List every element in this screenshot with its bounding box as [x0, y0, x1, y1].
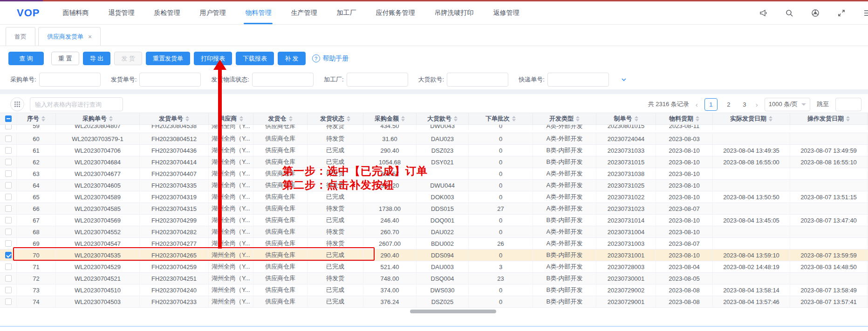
jump-page-input[interactable]: [835, 98, 861, 111]
sort-icon[interactable]: [512, 114, 516, 123]
col-bulk-style-no[interactable]: 大货款号: [417, 113, 469, 124]
purchase-order-field[interactable]: [39, 73, 101, 87]
nav-item-payable-management[interactable]: 应付账务管理: [366, 1, 424, 24]
sort-icon[interactable]: [185, 114, 189, 123]
column-settings-button[interactable]: [10, 97, 24, 111]
table-row[interactable]: 61 WL20230704706 FH20230704436 湖州全尚（Y...…: [0, 145, 868, 156]
logistics-status-field[interactable]: [252, 73, 314, 87]
col-operate-ship-date[interactable]: 操作发货日期: [790, 113, 868, 124]
expand-filters-icon[interactable]: [621, 77, 627, 82]
sort-icon[interactable]: [846, 114, 850, 123]
sort-icon[interactable]: [696, 114, 699, 123]
sort-icon[interactable]: [635, 114, 638, 123]
table-row[interactable]: 59 WL20230804807 FH20230804538 湖州全尚（Y...…: [0, 125, 868, 133]
sort-icon[interactable]: [289, 114, 293, 123]
col-seq[interactable]: 序号: [17, 113, 56, 124]
page-size-select[interactable]: 1000 条/页: [765, 98, 810, 111]
horizontal-scrollbar-thumb[interactable]: [410, 310, 496, 313]
close-icon[interactable]: ×: [88, 33, 92, 41]
table-row[interactable]: 69 WL20230704547 FH20230704277 湖州全尚（Y...…: [0, 238, 868, 250]
row-checkbox[interactable]: [5, 170, 12, 177]
page-3[interactable]: 3: [740, 101, 749, 108]
nav-item-fabric-supplier[interactable]: 面辅料商: [53, 1, 98, 24]
row-checkbox[interactable]: [5, 125, 12, 129]
export-button[interactable]: 导 出: [83, 52, 111, 65]
shipment-no-field[interactable]: [139, 73, 201, 87]
row-checkbox[interactable]: [5, 159, 12, 165]
col-shipment-no[interactable]: 发货单号: [140, 113, 209, 124]
table-row[interactable]: 68 WL20230704552 FH20230704282 湖州全尚（Y...…: [0, 226, 868, 238]
sort-icon[interactable]: [401, 114, 405, 123]
col-supplier[interactable]: 供应商: [209, 113, 253, 124]
row-checkbox[interactable]: [5, 252, 12, 258]
sort-icon[interactable]: [239, 114, 243, 123]
tab-home[interactable]: 首页: [6, 27, 35, 46]
row-checkbox[interactable]: [5, 229, 12, 235]
table-row[interactable]: 62 WL20230704684 FH20230704414 湖州全尚（Y...…: [0, 156, 868, 168]
table-row[interactable]: 73 WL20230704510 FH20230704240 湖州全尚（Y...…: [0, 284, 868, 296]
search-icon[interactable]: [785, 9, 793, 17]
sort-icon[interactable]: [576, 114, 580, 123]
row-checkbox[interactable]: [5, 263, 12, 270]
nav-item-returns-management[interactable]: 退货管理: [98, 1, 144, 24]
help-link[interactable]: ? 帮助手册: [312, 54, 349, 63]
row-checkbox[interactable]: [5, 194, 12, 200]
sort-icon[interactable]: [109, 114, 113, 123]
row-checkbox[interactable]: [5, 287, 12, 293]
fullscreen-icon[interactable]: [837, 9, 846, 17]
table-search-input[interactable]: [30, 97, 123, 111]
sort-icon[interactable]: [41, 114, 45, 123]
bulk-style-no-field[interactable]: [447, 73, 508, 87]
select-all-checkbox[interactable]: [5, 115, 12, 122]
row-checkbox[interactable]: [5, 147, 12, 154]
menu-icon[interactable]: [863, 9, 868, 17]
announcement-icon[interactable]: [759, 9, 767, 17]
col-actual-ship-date[interactable]: 实际发货日期: [713, 113, 790, 124]
nav-item-production-management[interactable]: 生产管理: [281, 1, 327, 24]
row-checkbox[interactable]: [5, 135, 12, 142]
table-row[interactable]: 74 WL20230704503 FH20230704233 湖州全尚（Y...…: [0, 296, 868, 308]
row-checkbox[interactable]: [5, 205, 12, 212]
factory-field[interactable]: [347, 73, 408, 87]
download-report-button[interactable]: 下载报表: [236, 52, 274, 65]
query-button[interactable]: 查 询: [8, 52, 44, 65]
col-doc-no[interactable]: 制单号: [596, 113, 656, 124]
prev-page-icon[interactable]: ‹: [696, 101, 698, 108]
sort-icon[interactable]: [454, 114, 458, 123]
row-checkbox[interactable]: [5, 298, 12, 305]
nav-item-repair-management[interactable]: 返修管理: [483, 1, 529, 24]
ship-button[interactable]: 发 货: [114, 52, 142, 65]
print-report-button[interactable]: 打印报表: [194, 52, 232, 65]
table-row[interactable]: 65 WL20230704589 FH20230704319 湖州全尚（Y...…: [0, 191, 868, 203]
col-dev-type[interactable]: 开发类型: [533, 113, 596, 124]
nav-item-factory[interactable]: 加工厂: [327, 1, 366, 24]
table-row[interactable]: 64 WL20230704605 FH20230704335 湖州全尚（Y...…: [0, 180, 868, 191]
reset-shipment-button[interactable]: 重置发货单: [146, 52, 190, 65]
table-row[interactable]: 66 WL20230704585 FH20230704315 湖州全尚（Y...…: [0, 203, 868, 215]
col-warehouse[interactable]: 发货仓: [253, 113, 308, 124]
tab-supplier-shipment[interactable]: 供应商发货单 ×: [38, 27, 101, 46]
nav-item-qc-management[interactable]: 质检管理: [144, 1, 190, 24]
row-checkbox[interactable]: [5, 275, 12, 282]
next-page-icon[interactable]: ›: [756, 101, 758, 108]
row-checkbox[interactable]: [5, 182, 12, 189]
table-row[interactable]: 72 WL20230704521 FH20230704251 湖州全尚（Y...…: [0, 273, 868, 284]
col-material-due[interactable]: 物料货期: [656, 113, 713, 124]
table-row[interactable]: 71 WL20230704529 FH20230704259 湖州全尚（Y...…: [0, 261, 868, 273]
page-2[interactable]: 2: [724, 101, 733, 108]
sort-icon[interactable]: [769, 114, 772, 123]
sort-icon[interactable]: [347, 114, 350, 123]
row-checkbox[interactable]: [5, 240, 12, 247]
browser-icon[interactable]: [811, 9, 820, 17]
nav-item-user-management[interactable]: 用户管理: [190, 1, 235, 24]
page-1[interactable]: 1: [704, 98, 718, 111]
col-order-batch[interactable]: 下单批次: [469, 113, 533, 124]
reissue-button[interactable]: 补 发: [278, 52, 306, 65]
table-row[interactable]: 63 WL20230704677 FH20230704407 湖州全尚（Y...…: [0, 168, 868, 180]
nav-item-material-management[interactable]: 物料管理: [235, 1, 281, 24]
table-row[interactable]: 70 WL20230704535 FH20230704265 湖州全尚（Y...…: [0, 250, 868, 261]
row-checkbox[interactable]: [5, 217, 12, 223]
tracking-no-field[interactable]: [547, 73, 609, 87]
col-ship-status[interactable]: 发货状态: [308, 113, 363, 124]
col-purchase-order[interactable]: 采购单号: [56, 113, 140, 124]
